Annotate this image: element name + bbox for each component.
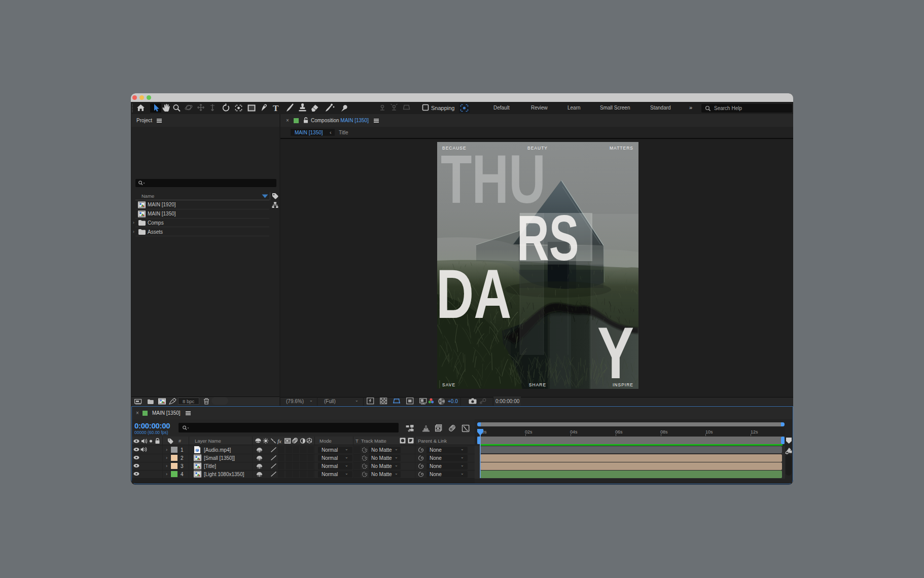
svg-text:DA: DA [437,255,511,333]
svg-text:BEAUTY: BEAUTY [527,146,548,151]
svg-text:SHARE: SHARE [529,382,546,387]
svg-text:Y: Y [597,312,634,389]
svg-text:MATTERS: MATTERS [610,146,633,151]
svg-text:fx: fx [277,438,281,444]
svg-text:SAVE: SAVE [442,382,455,387]
svg-text:RS: RS [517,202,579,273]
svg-text:BECAUSE: BECAUSE [442,146,467,151]
svg-text:INSPIRE: INSPIRE [613,382,633,387]
svg-text:Snapping: Snapping [431,105,455,111]
svg-text:T: T [273,103,279,113]
